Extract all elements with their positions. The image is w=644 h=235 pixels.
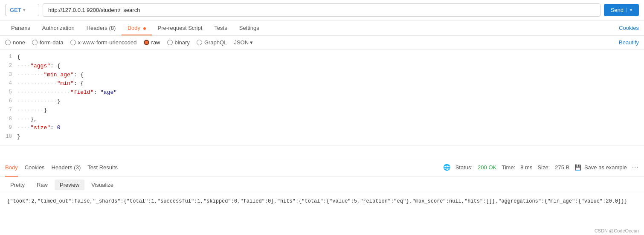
tab-authorization[interactable]: Authorization — [36, 20, 81, 35]
method-selector[interactable]: GET ▾ — [5, 4, 39, 16]
body-dot-indicator — [143, 27, 146, 30]
code-line-2: 2 ····"aggs": { — [0, 62, 644, 71]
save-icon: 💾 — [574, 164, 581, 171]
status-code: 200 OK — [478, 164, 496, 171]
size-value: 275 B — [555, 164, 569, 171]
format-tabs-row: Pretty Raw Preview Visualize — [0, 177, 644, 193]
status-label: Status: — [455, 164, 473, 171]
body-options-row: none form-data x-www-form-urlencoded raw… — [0, 36, 644, 49]
tab-params[interactable]: Params — [5, 20, 36, 35]
response-body: {"took":2,"timed_out":false,"_shards":{"… — [0, 193, 644, 210]
code-line-10: 10 } — [0, 133, 644, 142]
code-line-8: 8 ····}, — [0, 115, 644, 124]
radio-binary[interactable] — [167, 40, 173, 45]
code-line-6: 6 ············} — [0, 97, 644, 106]
format-tab-preview[interactable]: Preview — [55, 180, 84, 190]
radio-x-www-form[interactable] — [70, 40, 76, 45]
cookies-link[interactable]: Cookies — [619, 25, 639, 31]
code-line-5: 5 ················"field": "age" — [0, 88, 644, 97]
url-input[interactable] — [43, 3, 600, 17]
url-bar: GET ▾ Send ▾ — [0, 0, 644, 20]
send-button[interactable]: Send ▾ — [604, 4, 639, 16]
option-graphql[interactable]: GraphQL — [197, 39, 227, 46]
code-line-9: 9 ····"size": 0 — [0, 124, 644, 133]
option-raw[interactable]: raw — [144, 39, 160, 46]
tab-body[interactable]: Body — [122, 20, 151, 35]
more-options-button[interactable]: ··· — [632, 163, 639, 171]
time-value: 8 ms — [520, 164, 532, 171]
radio-none[interactable] — [5, 40, 11, 45]
send-label: Send — [611, 7, 624, 13]
tab-headers[interactable]: Headers (8) — [81, 20, 122, 35]
response-tab-test-results[interactable]: Test Results — [87, 162, 118, 173]
option-form-data[interactable]: form-data — [32, 39, 64, 46]
code-line-7: 7 ········} — [0, 106, 644, 115]
code-line-1: 1 { — [0, 53, 644, 62]
code-line-3: 3 ········"min_age": { — [0, 71, 644, 80]
editor-spacer — [0, 145, 644, 158]
option-none[interactable]: none — [5, 39, 25, 46]
format-tab-raw[interactable]: Raw — [32, 180, 53, 190]
globe-icon: 🌐 — [443, 164, 450, 171]
request-tabs: Params Authorization Headers (8) Body Pr… — [0, 20, 644, 36]
response-tab-headers[interactable]: Headers (3) — [52, 162, 81, 173]
beautify-button[interactable]: Beautify — [619, 39, 639, 46]
json-type-selector[interactable]: JSON ▾ — [234, 39, 253, 46]
save-example-button[interactable]: 💾 Save as example — [574, 164, 627, 171]
response-header: Body Cookies Headers (3) Test Results 🌐 … — [0, 158, 644, 177]
time-label: Time: — [502, 164, 515, 171]
option-binary[interactable]: binary — [167, 39, 190, 46]
radio-raw[interactable] — [144, 40, 149, 45]
tab-pre-request-script[interactable]: Pre-request Script — [152, 20, 209, 35]
tab-settings[interactable]: Settings — [233, 20, 265, 35]
radio-form-data[interactable] — [32, 40, 38, 45]
method-label: GET — [10, 7, 21, 13]
option-x-www-form-urlencoded[interactable]: x-www-form-urlencoded — [70, 39, 137, 46]
response-meta: 🌐 Status: 200 OK Time: 8 ms Size: 275 B … — [443, 163, 639, 171]
size-label: Size: — [537, 164, 550, 171]
code-line-4: 4 ············"min": { — [0, 79, 644, 88]
format-tab-pretty[interactable]: Pretty — [5, 180, 30, 190]
method-chevron-icon: ▾ — [23, 8, 25, 12]
json-chevron-icon: ▾ — [250, 39, 253, 46]
code-editor[interactable]: 1 { 2 ····"aggs": { 3 ········"min_age":… — [0, 49, 644, 145]
code-editor-wrap: 1 { 2 ····"aggs": { 3 ········"min_age":… — [0, 49, 644, 145]
response-tab-cookies[interactable]: Cookies — [25, 162, 45, 173]
radio-graphql[interactable] — [197, 40, 202, 45]
tab-tests[interactable]: Tests — [208, 20, 233, 35]
send-dropdown-icon[interactable]: ▾ — [626, 8, 632, 12]
format-tab-visualize[interactable]: Visualize — [86, 180, 119, 190]
response-tab-body[interactable]: Body — [5, 162, 18, 173]
